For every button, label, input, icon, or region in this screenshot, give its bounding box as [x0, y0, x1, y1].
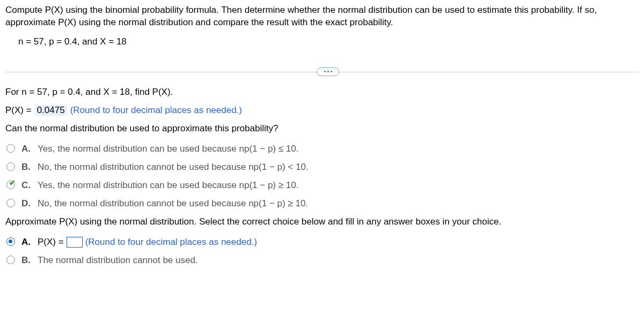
q2-prompt: Can the normal distribution be used to a…: [5, 123, 639, 134]
q2-text-b: No, the normal distribution cannot be us…: [38, 162, 309, 173]
q2-letter-d: D.: [21, 198, 32, 209]
q1-prompt: For n = 57, p = 0.4, and X = 18, find P(…: [5, 87, 639, 98]
q2-radio-b[interactable]: [6, 162, 15, 171]
q3-radio-a[interactable]: [6, 237, 15, 246]
q2-radio-c[interactable]: [6, 181, 15, 189]
q3-letter-a: A.: [21, 237, 32, 248]
q2-letter-b: B.: [21, 162, 32, 173]
show-more-button[interactable]: [317, 68, 339, 76]
q3-a-hint: (Round to four decimal places as needed.…: [85, 237, 257, 248]
q3-choices: A. P(X) = (Round to four decimal places …: [6, 236, 639, 267]
q3-a-prefix: P(X) =: [38, 237, 64, 248]
q2-letter-a: A.: [21, 144, 32, 154]
q3-radio-b[interactable]: [6, 256, 15, 264]
q3-letter-b: B.: [21, 255, 32, 266]
q2-letter-c: C.: [21, 180, 32, 191]
q3-a-input[interactable]: [67, 237, 83, 248]
q1-lhs: P(X) =: [5, 105, 32, 116]
problem-params: n = 57, p = 0.4, and X = 18: [18, 36, 639, 47]
q2-radio-d[interactable]: [6, 199, 15, 207]
q3-prompt: Approximate P(X) using the normal distri…: [5, 216, 639, 227]
q2-radio-a[interactable]: [6, 144, 15, 153]
q2-text-a: Yes, the normal distribution can be used…: [38, 144, 298, 154]
problem-intro: Compute P(X) using the binomial probabil…: [5, 4, 639, 29]
q1-hint: (Round to four decimal places as needed.…: [70, 105, 242, 116]
q3-text-b: The normal distribution cannot be used.: [38, 255, 198, 266]
q1-answer-value[interactable]: 0.0475: [35, 105, 67, 116]
q2-text-c: Yes, the normal distribution can be used…: [38, 180, 298, 191]
q2-text-d: No, the normal distribution cannot be us…: [38, 198, 308, 209]
q2-choices: A. Yes, the normal distribution can be u…: [6, 143, 639, 210]
